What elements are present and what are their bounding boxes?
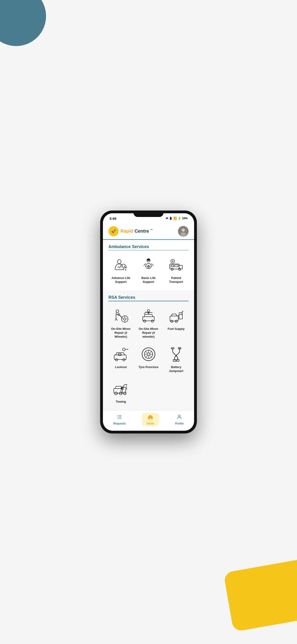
phone-screen: 3:49 ✉ 📱 📶 🔋 24% 🚀 Rap: [103, 213, 194, 431]
bottom-nav: Requests Home Profile: [103, 410, 194, 431]
home-icon: [148, 414, 153, 421]
als-icon: [112, 256, 130, 274]
battery-label: Battery Jumpstart: [164, 365, 188, 373]
phone-frame: 3:49 ✉ 📱 📶 🔋 24% 🚀 Rap: [100, 210, 197, 434]
home-label: Home: [147, 422, 154, 425]
svg-point-5: [118, 260, 121, 264]
service-tyre[interactable]: Tyre Puncture: [136, 343, 161, 375]
repair4w-icon: [139, 307, 158, 325]
svg-point-36: [147, 353, 150, 356]
svg-rect-15: [171, 265, 174, 267]
repair2w-label: On-Site Minor Repair (2 Wheeler): [109, 327, 132, 339]
signal-icon: 📶: [173, 217, 177, 220]
requests-label: Requests: [113, 422, 126, 425]
transport-label: Patient Transport: [164, 276, 188, 284]
svg-point-24: [147, 310, 150, 312]
svg-point-33: [122, 348, 125, 351]
battery-level: 24%: [182, 217, 188, 220]
service-battery[interactable]: Battery Jumpstart: [164, 343, 188, 375]
nav-home[interactable]: Home: [142, 413, 159, 426]
status-icons: ✉ 📱 📶 🔋 24%: [166, 217, 188, 220]
fuel-label: Fuel Supply: [168, 327, 185, 331]
ambulance-section-title: Ambulance Services: [108, 244, 188, 249]
nav-profile[interactable]: Profile: [170, 413, 188, 426]
bls-icon: [139, 256, 158, 274]
service-advance-life-support[interactable]: Advance Life Support: [108, 254, 133, 286]
list-icon: [117, 414, 122, 421]
logo-rapid: Rapid: [120, 228, 133, 234]
transport-icon: [167, 256, 185, 274]
sim-icon: 📱: [169, 217, 172, 220]
service-fuel[interactable]: Fuel Supply: [164, 305, 188, 341]
status-time: 3:49: [109, 216, 116, 220]
logo-icon: 🚀: [108, 226, 118, 236]
logo: 🚀 Rapid Centre ™: [108, 226, 153, 236]
mail-icon: ✉: [166, 217, 168, 220]
bg-teal-shape: [0, 0, 46, 46]
rsa-divider: [108, 301, 188, 301]
ambulance-section: Ambulance Services: [103, 240, 194, 290]
repair2w-icon: [112, 307, 130, 325]
bls-label: Basic Life Support: [137, 276, 160, 284]
service-lockout[interactable]: Lockout: [108, 343, 133, 375]
logo-centre: Centre: [134, 228, 149, 234]
svg-rect-21: [143, 317, 154, 321]
service-repair-2w[interactable]: On-Site Minor Repair (2 Wheeler): [108, 305, 133, 341]
ambulance-services-grid: Advance Life Support: [108, 254, 188, 290]
service-patient-transport[interactable]: Patient Transport: [164, 254, 188, 286]
svg-point-4: [180, 232, 186, 236]
svg-rect-11: [179, 265, 182, 269]
towing-label: Towing: [116, 400, 126, 404]
phone-notch: [134, 210, 164, 217]
rsa-section-title: RSA Services: [108, 295, 188, 300]
tyre-icon: [139, 345, 158, 364]
svg-rect-28: [179, 312, 182, 319]
svg-rect-16: [174, 265, 178, 267]
rsa-section: RSA Services: [103, 290, 194, 410]
profile-icon: [176, 414, 182, 421]
logo-text: Rapid Centre ™: [120, 228, 153, 234]
repair4w-label: On-Site Minor Repair (4 wheeler): [137, 327, 160, 339]
svg-point-53: [178, 415, 180, 417]
service-basic-life-support[interactable]: Basic Life Support: [136, 254, 161, 286]
profile-label: Profile: [175, 422, 184, 425]
svg-point-17: [116, 310, 119, 312]
service-towing[interactable]: Towing: [108, 378, 133, 406]
battery-icon: 🔋: [178, 217, 181, 220]
fuel-icon: [167, 307, 185, 325]
tyre-label: Tyre Puncture: [138, 365, 158, 369]
nav-requests[interactable]: Requests: [109, 413, 130, 426]
svg-point-19: [124, 318, 126, 320]
user-avatar[interactable]: [178, 226, 188, 236]
rsa-services-grid: On-Site Minor Repair (2 Wheeler): [108, 305, 188, 410]
app-header: 🚀 Rapid Centre ™: [103, 222, 194, 240]
logo-tm: ™: [150, 229, 153, 232]
svg-point-34: [142, 348, 155, 361]
towing-icon: [112, 380, 130, 398]
svg-text:🚀: 🚀: [111, 229, 116, 234]
battery-icon: [167, 345, 185, 364]
lockout-label: Lockout: [115, 365, 127, 369]
svg-rect-8: [148, 260, 150, 260]
als-label: Advance Life Support: [109, 276, 132, 284]
svg-point-3: [182, 228, 185, 232]
ambulance-divider: [108, 250, 188, 250]
bg-yellow-shape: [223, 559, 297, 632]
service-repair-4w[interactable]: On-Site Minor Repair (4 wheeler): [136, 305, 161, 341]
lockout-icon: [112, 345, 130, 364]
